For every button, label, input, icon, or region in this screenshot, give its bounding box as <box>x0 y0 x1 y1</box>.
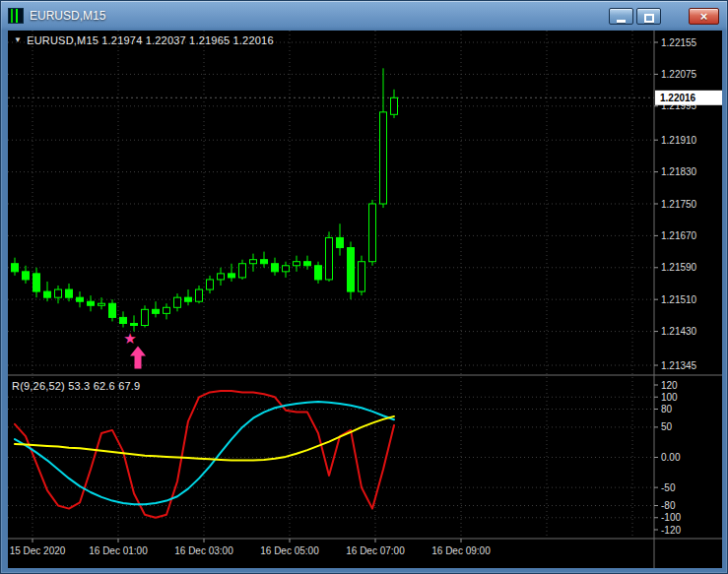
candle-body <box>153 309 160 313</box>
indicator-axis-label: -120 <box>661 525 681 536</box>
price-axis-label: 1.21750 <box>661 199 697 210</box>
price-axis-label: 1.21345 <box>661 360 697 371</box>
indicator-axis-label: -100 <box>661 512 681 523</box>
indicator-axis-label: -80 <box>661 500 676 511</box>
candle-body <box>326 237 333 280</box>
candle-body <box>359 262 365 291</box>
candle-body <box>55 289 62 297</box>
candle-body <box>109 303 116 317</box>
candle-body <box>348 248 355 292</box>
indicator-axis-label: 120 <box>661 380 678 391</box>
indicator-axis-label: 100 <box>661 392 678 403</box>
candle-body <box>207 280 214 289</box>
titlebar[interactable]: EURUSD,M15 × <box>1 1 727 31</box>
minimize-button[interactable] <box>609 8 633 25</box>
candle-body <box>12 264 19 272</box>
candle-body <box>261 260 268 264</box>
time-axis-label: 16 Dec 09:00 <box>431 545 491 556</box>
price-axis-label: 1.21910 <box>661 135 697 146</box>
price-axis-label: 1.21510 <box>661 294 697 305</box>
time-axis-label: 16 Dec 03:00 <box>174 545 233 556</box>
minimize-icon <box>617 20 626 23</box>
current-price-tag-label: 1.22016 <box>660 93 696 103</box>
maximize-button[interactable] <box>636 8 661 25</box>
maximize-icon <box>644 14 654 23</box>
candle-body <box>380 112 387 204</box>
candle-body <box>315 266 322 280</box>
candle-body <box>229 274 235 278</box>
price-axis-label: 1.21430 <box>661 326 697 337</box>
candle-body <box>283 266 290 272</box>
candle-body <box>142 309 149 325</box>
candle-body <box>272 264 279 272</box>
indicator-axis-label: 80 <box>661 404 673 415</box>
chart-area[interactable]: 1.221551.220751.219951.219101.218301.217… <box>8 31 722 568</box>
time-axis-label: 15 Dec 2020 <box>10 545 66 556</box>
candle-body <box>196 289 203 301</box>
candle-body <box>33 274 40 291</box>
candle-body <box>77 297 84 301</box>
candle-body <box>131 323 138 325</box>
buy-signal-star-icon: ★ <box>123 330 136 347</box>
candle-body <box>44 291 51 297</box>
price-axis-label: 1.22075 <box>661 69 697 80</box>
candle-body <box>369 204 376 262</box>
price-axis-label: 1.21590 <box>661 262 697 273</box>
desktop: { "window": { "title": "EURUSD,M15", "co… <box>0 0 728 574</box>
chart-window: EURUSD,M15 × 1.221551.220751.219951.2191… <box>0 0 728 574</box>
time-axis-label: 16 Dec 05:00 <box>260 545 319 556</box>
candle-body <box>99 303 105 305</box>
candle-body <box>174 297 181 307</box>
candle-body <box>23 272 30 280</box>
candle-body <box>294 262 300 266</box>
indicator-axis-label: -50 <box>661 482 676 493</box>
buy-signal-arrow-icon <box>130 347 146 369</box>
close-icon: × <box>700 9 708 24</box>
candle-body <box>304 262 311 266</box>
candle-body <box>250 260 257 264</box>
candle-body <box>164 307 170 313</box>
close-button[interactable]: × <box>689 8 719 25</box>
indicator-axis-label: 50 <box>661 421 673 432</box>
candle-body <box>337 237 344 247</box>
indicator-line-rci-52 <box>15 416 394 461</box>
candle-body <box>185 297 192 301</box>
candle-body <box>120 317 127 323</box>
indicator-axis-label: 0.00 <box>661 452 681 463</box>
price-axis-label: 1.21830 <box>661 166 697 177</box>
time-axis-label: 16 Dec 07:00 <box>346 545 405 556</box>
indicator-line-rci-9 <box>15 391 394 518</box>
time-axis-label: 16 Dec 01:00 <box>89 545 148 556</box>
chart-app-icon <box>8 8 24 24</box>
window-title: EURUSD,M15 <box>30 9 105 23</box>
candle-body <box>239 264 246 278</box>
candle-body <box>218 274 225 280</box>
candle-body <box>391 97 398 114</box>
candle-body <box>88 301 95 305</box>
price-axis-label: 1.22155 <box>661 37 697 48</box>
candle-body <box>66 289 73 297</box>
chart-canvas[interactable]: 1.221551.220751.219951.219101.218301.217… <box>8 31 722 568</box>
price-axis-label: 1.21670 <box>661 230 697 241</box>
